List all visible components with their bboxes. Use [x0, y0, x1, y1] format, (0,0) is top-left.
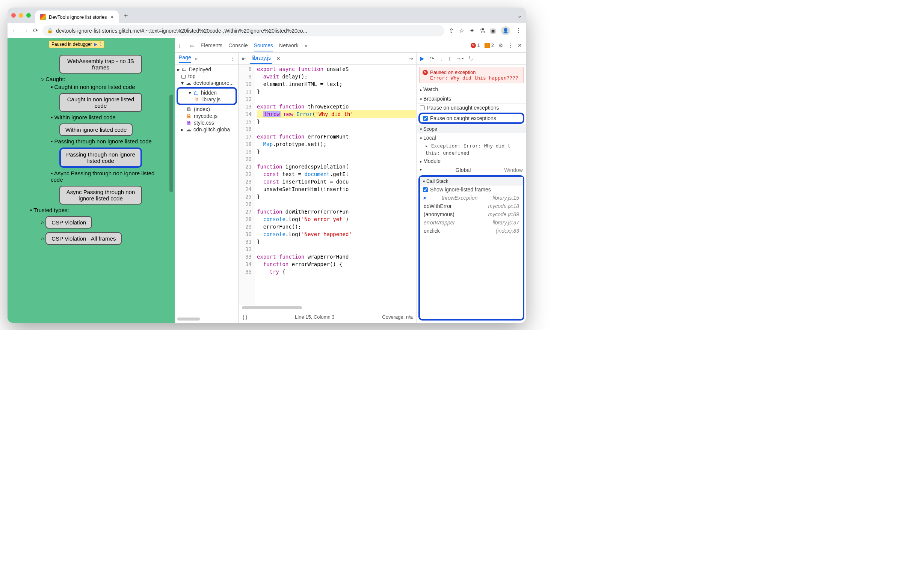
- watch-section[interactable]: Watch: [417, 85, 526, 94]
- settings-icon[interactable]: ⚙: [498, 43, 503, 48]
- paused-message: Error: Why did this happen????: [422, 75, 520, 81]
- scope-local[interactable]: Local: [417, 133, 526, 142]
- tab-close-icon[interactable]: ✕: [110, 14, 114, 20]
- paused-chip: Paused in debugger ▶ ⤵: [49, 41, 104, 48]
- tabs-menu-icon[interactable]: ⌄: [517, 12, 522, 19]
- window-icon[interactable]: ▣: [490, 27, 496, 34]
- browser-tab[interactable]: DevTools ignore list stories ✕: [35, 10, 119, 23]
- labs-icon[interactable]: ⚗: [480, 27, 485, 34]
- coverage-status: Coverage: n/a: [382, 314, 413, 320]
- pretty-print-icon[interactable]: { }: [243, 314, 247, 320]
- scope-module[interactable]: Module: [417, 156, 526, 166]
- nav-subpanel-page[interactable]: Page: [179, 54, 191, 62]
- device-icon[interactable]: ▭: [190, 43, 195, 48]
- scope-section[interactable]: Scope: [417, 125, 526, 133]
- warning-badge[interactable]: !2: [485, 43, 494, 48]
- tab-elements[interactable]: Elements: [201, 43, 222, 48]
- tree-domain[interactable]: ▾ ☁ devtools-ignore...: [177, 80, 237, 86]
- step-into-icon[interactable]: ↓: [440, 55, 443, 62]
- callstack-section[interactable]: Call Stack: [420, 177, 523, 186]
- close-file-icon[interactable]: ✕: [276, 56, 280, 62]
- menu-icon[interactable]: ⋮: [515, 27, 521, 34]
- demo-button-highlighted[interactable]: Passing through non ignore listed code: [59, 148, 142, 168]
- tree-index[interactable]: 🗎 (index): [177, 106, 237, 113]
- step-icon[interactable]: ⤵: [99, 42, 102, 47]
- inspect-icon[interactable]: ⬚: [179, 43, 184, 48]
- step-over-icon[interactable]: ↷: [430, 55, 435, 62]
- close-devtools-icon[interactable]: ✕: [518, 43, 522, 48]
- step-out-icon[interactable]: ↑: [448, 55, 451, 62]
- bp-uncaught[interactable]: Pause on uncaught exceptions: [417, 104, 526, 112]
- tree-cdn[interactable]: ▸ ☁ cdn.glitch.globa: [177, 126, 237, 133]
- code-editor[interactable]: 8910111213141516171819202122232425262728…: [239, 64, 417, 305]
- callstack-frame[interactable]: throwExceptionlibrary.js:15: [420, 194, 523, 202]
- demo-button[interactable]: CSP Violation: [45, 216, 92, 229]
- minimize-window-icon[interactable]: [19, 13, 23, 18]
- editor-hscrollbar[interactable]: [242, 306, 302, 309]
- error-badge[interactable]: ✕1: [471, 43, 480, 48]
- demo-button[interactable]: WebAssembly trap - no JS frames: [59, 55, 142, 74]
- lock-icon: 🔒: [47, 28, 53, 33]
- error-icon: ✕: [422, 70, 428, 75]
- tree-style-css[interactable]: 🗎 style.css: [177, 119, 237, 126]
- nav-scrollbar[interactable]: [177, 317, 200, 321]
- toolbar: ← → ⟳ 🔒 devtools-ignore-list-stories.gli…: [8, 23, 526, 38]
- bp-caught[interactable]: Pause on caught exceptions: [420, 114, 523, 122]
- callstack-frame[interactable]: doWithErrormycode.js:18: [420, 202, 523, 210]
- address-bar[interactable]: 🔒 devtools-ignore-list-stories.glitch.me…: [43, 25, 444, 36]
- kebab-icon[interactable]: ⋮: [508, 43, 513, 48]
- extensions-icon[interactable]: ✦: [470, 27, 474, 34]
- tab-console[interactable]: Console: [228, 43, 248, 48]
- tab-network[interactable]: Network: [279, 43, 298, 48]
- paused-title: Paused on exception: [430, 69, 475, 75]
- more-tabs-icon[interactable]: »: [304, 43, 307, 48]
- profile-avatar[interactable]: 👤: [501, 26, 510, 35]
- callstack-frame[interactable]: onclick(index):83: [420, 227, 523, 235]
- traffic-lights: [11, 13, 35, 18]
- editor-filename[interactable]: library.js: [250, 53, 272, 64]
- tree-top[interactable]: ▢ top: [177, 73, 237, 80]
- demo-button[interactable]: Async Passing through non ignore listed …: [59, 186, 142, 205]
- reload-icon[interactable]: ⟳: [33, 27, 38, 34]
- bookmark-icon[interactable]: ☆: [459, 27, 464, 34]
- devtools: ⬚ ▭ Elements Console Sources Network » ✕…: [175, 38, 526, 323]
- paused-banner: ✕Paused on exception Error: Why did this…: [419, 67, 524, 83]
- scope-global[interactable]: GlobalWindow: [417, 166, 526, 174]
- demo-button[interactable]: Within ignore listed code: [59, 123, 133, 136]
- deactivate-bp-icon[interactable]: ⛉: [469, 55, 474, 62]
- caught-header: Caught:: [41, 76, 167, 82]
- step-icon[interactable]: →•: [456, 55, 464, 62]
- maximize-window-icon[interactable]: [26, 13, 31, 18]
- close-window-icon[interactable]: [11, 13, 16, 18]
- share-icon[interactable]: ⇧: [449, 27, 454, 34]
- navigator-pane: Page » ⋮ ▸ 🗂 Deployed ▢ top ▾ ☁ devtools…: [175, 53, 239, 323]
- callstack-frame[interactable]: errorWrapperlibrary.js:37: [420, 219, 523, 227]
- resume-button[interactable]: ▶: [420, 55, 424, 62]
- editor-pane: ⇤ library.js ✕ ⇥ 89101112131415161718192…: [239, 53, 417, 323]
- toggle-debug-icon[interactable]: ⇥: [409, 56, 414, 62]
- tree-library-js[interactable]: 🗎 library.js: [179, 96, 235, 103]
- trusted-header: Trusted types:: [30, 207, 167, 213]
- toggle-nav-icon[interactable]: ⇤: [242, 56, 246, 62]
- nav-more-icon[interactable]: ⋮: [229, 56, 235, 62]
- breakpoints-section[interactable]: Breakpoints: [417, 94, 526, 104]
- new-tab-button[interactable]: ＋: [122, 11, 129, 20]
- tree-hidden-folder[interactable]: ▾ 🗀 hidden: [179, 89, 235, 96]
- more-subpanels-icon[interactable]: »: [195, 56, 198, 62]
- tree-mycode-js[interactable]: 🗎 mycode.js: [177, 113, 237, 119]
- tab-sources[interactable]: Sources: [254, 43, 273, 51]
- demo-button[interactable]: Caught in non ignore listed code: [59, 93, 142, 112]
- url-text: devtools-ignore-list-stories.glitch.me/#…: [56, 28, 307, 34]
- resume-icon[interactable]: ▶: [94, 42, 97, 47]
- forward-icon: →: [23, 27, 28, 34]
- status-line: Line 15, Column 3: [295, 314, 335, 320]
- page-scrollbar[interactable]: [169, 95, 173, 192]
- tree-deployed[interactable]: ▸ 🗂 Deployed: [177, 66, 237, 73]
- scope-exception[interactable]: ▸ Exception: Error: Why did t: [417, 142, 526, 150]
- callstack-frame[interactable]: (anonymous)mycode.js:89: [420, 210, 523, 219]
- demo-button[interactable]: CSP Violation - All frames: [45, 232, 122, 245]
- demo-page: Paused in debugger ▶ ⤵ WebAssembly trap …: [8, 38, 175, 323]
- scope-this: this: undefined: [417, 150, 526, 156]
- show-ignored-frames[interactable]: Show ignore-listed frames: [420, 186, 523, 194]
- back-icon[interactable]: ←: [12, 27, 18, 34]
